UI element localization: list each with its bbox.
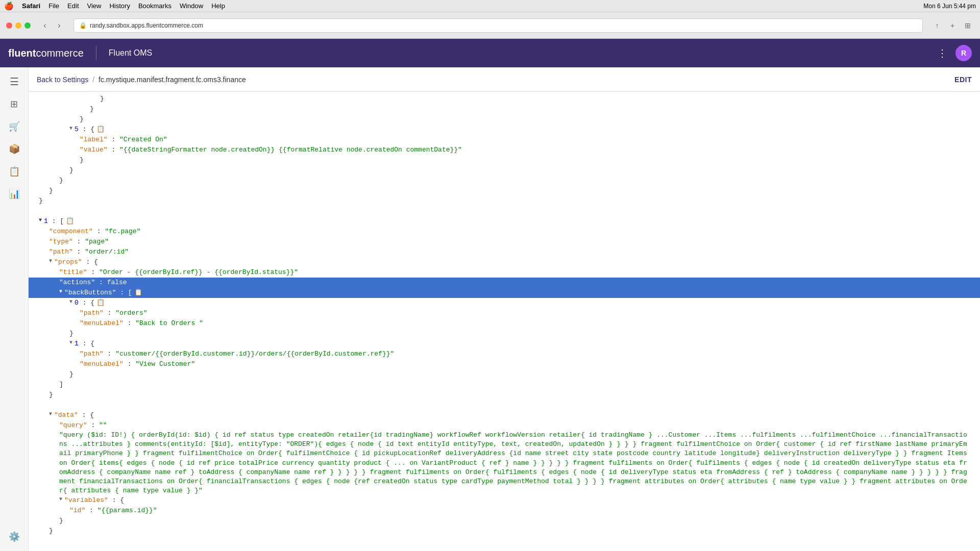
code-line <box>29 400 980 410</box>
browser-chrome: ‹ › 🔒 randy.sandbox.apps.fluentcommerce.… <box>0 12 980 39</box>
menubar-safari[interactable]: Safari <box>22 2 40 10</box>
app-shell: fluentcommerce Fluent OMS ⋮ R ☰ ⊞ 🛒 📦 📋 … <box>0 39 980 551</box>
back-nav-button[interactable]: ‹ <box>39 19 51 32</box>
app-name-divider <box>96 46 96 60</box>
code-line: } <box>29 369 980 380</box>
sidebar: ☰ ⊞ 🛒 📦 📋 📊 ⚙️ <box>0 67 29 551</box>
address-bar[interactable]: 🔒 randy.sandbox.apps.fluentcommerce.com <box>74 18 923 33</box>
new-tab-button[interactable]: + <box>946 19 959 32</box>
sidebar-item-orders[interactable]: 🛒 <box>4 116 24 137</box>
code-line: } <box>29 94 980 104</box>
code-line: ▼"data" : { <box>29 410 980 420</box>
forward-nav-button[interactable]: › <box>53 19 65 32</box>
code-line: ▼"props" : { <box>29 257 980 267</box>
app-name: Fluent OMS <box>109 48 152 58</box>
code-line: ▼5 : {📋 <box>29 124 980 135</box>
code-line: "menuLabel" : "View Customer" <box>29 359 980 369</box>
code-line: } <box>29 176 980 186</box>
breadcrumb-current: fc.mystique.manifest.fragment.fc.oms3.fi… <box>99 76 246 84</box>
code-line: "id" : "{{params.id}}" <box>29 506 980 516</box>
code-line: ] <box>29 380 980 390</box>
menubar-file[interactable]: File <box>48 2 59 10</box>
edit-button[interactable]: EDIT <box>954 76 972 84</box>
code-line: "path" : "orders" <box>29 308 980 318</box>
minimize-button[interactable] <box>15 22 21 29</box>
app-logo: fluentcommerce <box>8 47 84 59</box>
lock-icon: 🔒 <box>79 22 87 29</box>
code-line: ▼1 : { <box>29 339 980 349</box>
code-line: } <box>29 329 980 339</box>
back-to-settings-link[interactable]: Back to Settings <box>37 76 88 84</box>
share-button[interactable]: ↑ <box>931 19 943 32</box>
code-line: "title" : "Order - {{orderById.ref}} - {… <box>29 267 980 278</box>
code-line: "type" : "page" <box>29 237 980 247</box>
code-line: "query" : "" <box>29 420 980 431</box>
code-line-selected-backbuttons: ▼"backButtons" : [📋 <box>29 288 980 298</box>
url-text: randy.sandbox.apps.fluentcommerce.com <box>90 22 203 29</box>
logo-text: fluentcommerce <box>8 47 84 59</box>
sidebar-item-fulfillment[interactable]: 📦 <box>4 139 24 159</box>
traffic-lights <box>6 22 31 29</box>
code-line: ▼1 : [📋 <box>29 216 980 227</box>
code-line <box>29 206 980 216</box>
maximize-button[interactable] <box>24 22 31 29</box>
code-line: } <box>29 114 980 124</box>
main-layout: ☰ ⊞ 🛒 📦 📋 📊 ⚙️ Back to Settings / fc.mys… <box>0 67 980 551</box>
more-options-button[interactable]: ⋮ <box>937 47 947 59</box>
code-content: } } } ▼5 : {📋 "label" : "Created On" "va… <box>29 92 980 551</box>
code-line-selected: "actions" : false <box>29 278 980 288</box>
code-line: ▼0 : {📋 <box>29 298 980 308</box>
code-line: } <box>29 155 980 165</box>
code-line: ▼"variables" : { <box>29 495 980 506</box>
breadcrumb: Back to Settings / fc.mystique.manifest.… <box>37 76 246 84</box>
menubar-history[interactable]: History <box>109 2 130 10</box>
code-line: "path" : "customer/{{orderById.customer.… <box>29 349 980 359</box>
code-line: } <box>29 104 980 114</box>
sidebar-item-reports[interactable]: 📊 <box>4 184 24 204</box>
mac-menubar: 🍎 Safari File Edit View History Bookmark… <box>0 0 980 12</box>
code-line: "component" : "fc.page" <box>29 227 980 237</box>
page-header: Back to Settings / fc.mystique.manifest.… <box>29 67 980 92</box>
code-line: "value" : "{{dateStringFormatter node.cr… <box>29 145 980 155</box>
code-area[interactable]: } } } ▼5 : {📋 "label" : "Created On" "va… <box>29 92 980 551</box>
menubar-bookmarks[interactable]: Bookmarks <box>138 2 172 10</box>
code-line: "path" : "order/:id" <box>29 247 980 257</box>
close-button[interactable] <box>6 22 12 29</box>
menubar-help[interactable]: Help <box>211 2 225 10</box>
browser-nav: ‹ › <box>39 19 65 32</box>
breadcrumb-separator: / <box>92 76 94 84</box>
code-line: } <box>29 526 980 536</box>
sidebar-item-inventory[interactable]: 📋 <box>4 161 24 182</box>
apple-menu[interactable]: 🍎 <box>4 2 14 11</box>
browser-actions: ↑ + ⊞ <box>931 19 974 32</box>
code-line: } <box>29 186 980 196</box>
code-line: } <box>29 390 980 400</box>
extensions-button[interactable]: ⊞ <box>962 19 974 32</box>
menubar-window[interactable]: Window <box>180 2 203 10</box>
code-line: } <box>29 165 980 176</box>
code-line: "label" : "Created On" <box>29 135 980 145</box>
menubar-left: 🍎 Safari File Edit View History Bookmark… <box>4 2 225 11</box>
menubar-edit[interactable]: Edit <box>67 2 79 10</box>
menubar-view[interactable]: View <box>87 2 102 10</box>
avatar[interactable]: R <box>955 45 972 61</box>
sidebar-item-settings[interactable]: ⚙️ <box>4 527 24 547</box>
content-area: Back to Settings / fc.mystique.manifest.… <box>29 67 980 551</box>
menubar-right: Mon 6 Jun 5:44 pm <box>923 3 976 10</box>
sidebar-menu-button[interactable]: ☰ <box>4 71 24 92</box>
sidebar-item-dashboard[interactable]: ⊞ <box>4 94 24 114</box>
code-line: "menuLabel" : "Back to Orders " <box>29 318 980 329</box>
code-line: } <box>29 196 980 206</box>
menubar-datetime: Mon 6 Jun 5:44 pm <box>923 3 976 10</box>
code-line-query: "query ($id: ID!) { orderById(id: $id) {… <box>29 431 980 495</box>
code-line: } <box>29 516 980 526</box>
app-header: fluentcommerce Fluent OMS ⋮ R <box>0 39 980 67</box>
